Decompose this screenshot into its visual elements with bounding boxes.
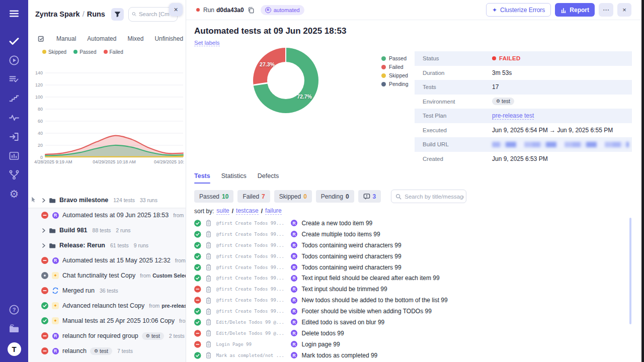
settings-gear-icon[interactable]: ⚙ [8, 188, 20, 200]
test-row[interactable]: @first Create Todos 99...RTodos containi… [194, 240, 626, 251]
test-row[interactable]: @first Create Todos 99...RNew todos shou… [194, 295, 626, 306]
sort-by-suite[interactable]: suite [216, 207, 229, 215]
tab-tests[interactable]: Tests [194, 172, 210, 184]
test-suite: @first Create Todos 99... [216, 276, 287, 281]
analytics-icon[interactable] [8, 150, 20, 162]
filter-failed[interactable]: Failed7 [237, 190, 270, 203]
tests-search-input[interactable] [405, 194, 464, 200]
test-row[interactable]: @first Create Todos 99...RText input sho… [194, 284, 626, 295]
sign-in-icon[interactable] [8, 131, 20, 143]
steps-icon[interactable] [8, 93, 20, 105]
filter-skipped[interactable]: Skipped0 [274, 190, 312, 203]
play-circle-icon[interactable] [8, 54, 20, 66]
runs-history-chart: SkippedPassedFailed 0204060801001201404/… [34, 48, 185, 180]
run-row[interactable]: ✦Advanced relaunch test Copyfrompre-rele… [28, 298, 186, 313]
panel-close-button[interactable]: × [169, 3, 183, 16]
environment-pill: ⚙test [142, 332, 164, 340]
sort-by-testcase[interactable]: testcase [236, 207, 259, 215]
tab-defects[interactable]: Defects [258, 172, 279, 184]
test-row[interactable]: Mark as completed/not ...RMark todos as … [194, 350, 626, 361]
runs-tab-automated[interactable]: Automated [87, 35, 116, 42]
sparkle-icon: ✦ [52, 317, 59, 324]
automated-icon: R [52, 212, 59, 219]
test-row[interactable]: Edit/Delete Todos 99 @...REdited todo is… [194, 317, 626, 328]
run-folder-row[interactable]: Bravo milestone124 tests33 runs [28, 193, 186, 208]
passed-status-icon [41, 317, 48, 324]
test-row[interactable]: @first Create Todos 99...RTodos containi… [194, 262, 626, 273]
cursor-icon [31, 196, 37, 205]
run-title: Automated tests at 15 May 2025 12:32 [62, 257, 171, 264]
test-title: Footer should be visible when adding TOD… [302, 308, 432, 315]
run-folder-row[interactable]: Build 98188 tests2 runs [28, 223, 186, 238]
run-row[interactable]: ✦Chat functinality test CopyfromCustom S… [28, 268, 186, 283]
merged-icon [52, 287, 59, 294]
tab-statistics[interactable]: Statistics [221, 172, 247, 184]
run-row[interactable]: Rrelaunch⚙test7 tests [28, 343, 186, 358]
close-run-button[interactable]: × [617, 3, 631, 17]
sort-by-failure[interactable]: failure [265, 207, 282, 215]
run-row[interactable]: RAutomated tests at 15 May 2025 12:32fro… [28, 253, 186, 268]
app-logo[interactable]: T [8, 342, 21, 356]
environment-pill: ⚙test [492, 98, 514, 105]
folder-icon [49, 197, 56, 204]
test-title: Create a new todo item 99 [302, 220, 373, 227]
select-tasks-icon[interactable] [37, 35, 45, 43]
test-plan-link[interactable]: pre-release test [492, 112, 534, 120]
runs-tab-manual[interactable]: Manual [56, 35, 76, 42]
passed-status-icon [194, 264, 201, 271]
test-row[interactable]: @first Create Todos 99...RText input fie… [194, 273, 626, 284]
run-list-icon[interactable] [8, 73, 20, 85]
gear-icon: ⚙ [496, 99, 500, 104]
test-row[interactable]: @first Create Todos 99...RCreate a new t… [194, 218, 626, 229]
branch-icon[interactable] [8, 169, 20, 181]
clusterize-errors-button[interactable]: ✦ Clusterize Errors [486, 3, 551, 17]
run-row[interactable]: Rrelaunch for required group⚙test2 tests [28, 328, 186, 343]
chevron-right-icon[interactable] [41, 228, 46, 233]
details-row-status: StatusFAILED [415, 51, 632, 66]
chevron-right-icon[interactable] [41, 198, 46, 203]
details-value: Jun 9, 2025 6:53 PM [492, 155, 548, 162]
run-folder-row[interactable]: Release: Rerun61 tests9 runs [28, 238, 186, 253]
test-suite: @first Create Todos 99... [216, 243, 287, 248]
run-folder-title: Build 981 [59, 227, 88, 234]
more-button[interactable]: ⋯ [599, 3, 613, 17]
test-title: Mark todos as completed 99 [302, 352, 378, 359]
run-meta: 61 tests [110, 242, 129, 248]
projects-folder-icon[interactable] [8, 323, 20, 335]
filter-comments[interactable]: 3 [358, 190, 381, 203]
automated-icon: R [291, 297, 298, 304]
run-meta: 2 tests [169, 333, 185, 339]
test-row[interactable]: Login Page 99RLogin page 99 [194, 339, 626, 350]
run-row[interactable]: ✦Manual tests at 25 Apr 2025 10:06 Copyf… [28, 313, 186, 328]
activity-pulse-icon[interactable] [8, 112, 20, 124]
test-row[interactable]: Edit/Delete Todos 99 @...RDelete todos 9… [194, 328, 626, 339]
run-row[interactable]: Merged run36 tests [28, 283, 186, 298]
copy-run-id-button[interactable] [248, 7, 255, 14]
filter-passed[interactable]: Passed10 [194, 190, 233, 203]
environment-pill: ⚙test [90, 347, 112, 355]
from-label: from [140, 273, 150, 279]
chevron-right-icon[interactable] [41, 243, 46, 248]
help-icon[interactable]: ? [8, 304, 20, 316]
runs-tab-mixed[interactable]: Mixed [127, 35, 143, 42]
test-suite: @first Create Todos 99... [216, 287, 287, 292]
failed-status-icon [41, 212, 48, 219]
menu-icon[interactable] [8, 8, 20, 22]
report-button[interactable]: Report [555, 3, 595, 17]
run-row[interactable]: RAutomated tests at 09 Jun 2025 18:53fro… [28, 208, 186, 223]
runs-tab-unfinished[interactable]: Unfinished [154, 35, 183, 42]
tests-scrollbar[interactable] [629, 218, 631, 324]
test-suite: @first Create Todos 99... [216, 232, 287, 237]
gear-icon: ⚙ [94, 348, 98, 353]
runs-check-icon[interactable] [8, 35, 20, 47]
set-labels-link[interactable]: Set labels [194, 40, 220, 46]
test-row[interactable]: @first Create Todos 99...RFooter should … [194, 306, 626, 317]
details-label: Duration [423, 70, 492, 76]
test-row[interactable]: @first Create Todos 99...RCreate multipl… [194, 229, 626, 240]
filter-pending[interactable]: Pending0 [316, 190, 354, 203]
funnel-icon [114, 11, 121, 18]
breadcrumb-project[interactable]: Zyntra Spark [35, 10, 80, 18]
passed-status-icon [194, 220, 201, 227]
test-row[interactable]: @first Create Todos 99...RTodos containi… [194, 251, 626, 262]
filter-button[interactable] [111, 8, 124, 21]
